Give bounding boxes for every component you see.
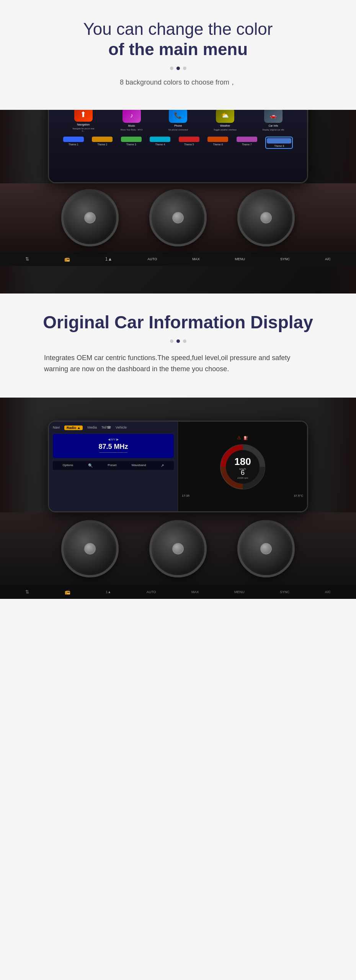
theme-7-bar xyxy=(237,137,257,142)
controls-bar-2: ⇅ 📻 1▲ AUTO MAX MENU SYNC A/C xyxy=(0,585,356,599)
ctrl2-1up[interactable]: 1▲ xyxy=(106,590,111,594)
ctrl-radio[interactable]: 📻 xyxy=(64,256,70,262)
options-btn[interactable]: Options xyxy=(63,463,73,468)
subtitle-text: 8 background colors to choose from， xyxy=(23,78,333,87)
theme-5-item[interactable]: Theme 5 xyxy=(179,137,199,149)
center-vent xyxy=(149,189,207,246)
time-temp-row: 17:35 37.5°C xyxy=(182,494,303,497)
dots-indicator xyxy=(23,67,333,70)
tab-media[interactable]: Media xyxy=(87,426,97,430)
center-vent-knob-2 xyxy=(172,543,184,554)
theme-3-item[interactable]: Theme 3 xyxy=(121,137,142,149)
left-vent xyxy=(61,189,119,246)
temp-display: 37.5°C xyxy=(294,494,303,497)
radio-frequency: 87.5 MHz xyxy=(57,443,170,451)
ctrl-ac[interactable]: A/C xyxy=(325,257,331,261)
search-btn[interactable]: 🔍 xyxy=(88,463,93,468)
nav-menu-item[interactable]: ⬆ Navigation Navigate for you in real ti… xyxy=(72,110,95,132)
preset-btn[interactable]: Preset xyxy=(108,463,116,468)
ctrl2-radio[interactable]: 📻 xyxy=(65,589,70,595)
phone-sublabel: No phone connected xyxy=(168,129,188,131)
theme-8-bar xyxy=(267,138,291,143)
radio-buttons-row: Options 🔍 Preset Waveband ↗ xyxy=(53,461,174,470)
ctrl-1up[interactable]: 1▲ xyxy=(105,256,113,262)
theme-2-label: Theme 2 xyxy=(97,143,107,146)
theme-7-item[interactable]: Theme 7 xyxy=(237,137,257,149)
dot2-3 xyxy=(183,339,186,343)
car-background: 🏠 19:22 📶 HD ⬜ ↩ ⬆ Navigati xyxy=(0,110,356,294)
theme-4-bar xyxy=(150,137,170,142)
arrow-btn[interactable]: ↗ xyxy=(161,463,164,468)
ctrl-menu[interactable]: MENU xyxy=(235,257,245,261)
svg-text:180: 180 xyxy=(234,456,251,467)
infotainment-screen-1: 🏠 19:22 📶 HD ⬜ ↩ ⬆ Navigati xyxy=(48,110,308,183)
ctrl2-auto[interactable]: AUTO xyxy=(147,590,156,594)
fuel-icon: ⛽ xyxy=(243,436,248,440)
theme-8-item[interactable]: Theme 8 xyxy=(265,137,293,149)
theme-1-item[interactable]: Theme 1 xyxy=(63,137,84,149)
dot-1 xyxy=(170,67,173,70)
right-vent-2 xyxy=(237,520,295,577)
car-info-section: Original Car Information Display Integra… xyxy=(0,294,356,398)
dots-indicator-2 xyxy=(31,339,325,343)
ctrl2-arrows[interactable]: ⇅ xyxy=(25,589,29,595)
radio-display: ◀ MY ▶ 87.5 MHz ───────────── xyxy=(53,434,174,458)
theme-4-label: Theme 4 xyxy=(155,143,165,146)
car-display-1: 🏠 19:22 📶 HD ⬜ ↩ ⬆ Navigati xyxy=(0,110,356,294)
theme-3-label: Theme 3 xyxy=(126,143,136,146)
controls-bar-1: ⇅ 📻 1▲ AUTO MAX MENU SYNC xyxy=(0,252,356,266)
theme-5-label: Theme 5 xyxy=(184,143,194,146)
weather-icon: ⛅ xyxy=(216,110,234,123)
phone-menu-item[interactable]: 📞 Phone No phone connected xyxy=(168,110,188,131)
radio-station-info: ◀ MY ▶ xyxy=(57,438,170,441)
left-vent-knob-2 xyxy=(84,543,96,554)
weather-sublabel: Toggle weather interface xyxy=(214,129,237,131)
infotainment-screen-2: Navi Radio ▲ Media Tel/☎ Vehicle ◀ MY ▶ … xyxy=(48,421,308,512)
dot2-2 xyxy=(176,339,180,343)
theme-2-item[interactable]: Theme 2 xyxy=(92,137,113,149)
car-display-2: Navi Radio ▲ Media Tel/☎ Vehicle ◀ MY ▶ … xyxy=(0,398,356,599)
ctrl2-ac[interactable]: A/C xyxy=(325,590,331,594)
carinfo-menu-item[interactable]: 🚗 Car Info Display original car info xyxy=(262,110,284,131)
ctrl-arrows[interactable]: ⇅ xyxy=(25,256,29,262)
main-title: You can change the color of the main men… xyxy=(23,19,333,60)
nav-icon: ⬆ xyxy=(74,110,93,122)
theme-2-bar xyxy=(92,137,113,142)
svg-text:6: 6 xyxy=(240,469,244,476)
waveband-btn[interactable]: Waveband xyxy=(131,463,146,468)
ctrl-auto[interactable]: AUTO xyxy=(147,257,157,261)
weather-label: Weather xyxy=(220,124,230,127)
ctrl-sync[interactable]: SYNC xyxy=(280,257,290,261)
carinfo-icon: 🚗 xyxy=(264,110,283,123)
tab-radio[interactable]: Radio ▲ xyxy=(64,426,83,430)
tab-tel[interactable]: Tel/☎ xyxy=(101,426,111,430)
vent-row-2 xyxy=(0,512,356,585)
theme-6-item[interactable]: Theme 6 xyxy=(207,137,228,149)
phone-icon: 📞 xyxy=(169,110,187,123)
music-menu-item[interactable]: ♪ Music Move Your Body - MYO xyxy=(121,110,142,131)
radio-panel: Navi Radio ▲ Media Tel/☎ Vehicle ◀ MY ▶ … xyxy=(49,422,178,511)
warning-icon: ⚠ xyxy=(237,435,241,440)
menu-icons-row: ⬆ Navigation Navigate for you in real ti… xyxy=(55,110,301,132)
tab-vehicle[interactable]: Vehicle xyxy=(116,426,127,430)
theme-row: Theme 1 Theme 2 Theme 3 Theme 4 xyxy=(55,137,301,149)
ctrl2-menu[interactable]: MENU xyxy=(234,590,245,594)
weather-menu-item[interactable]: ⛅ Weather Toggle weather interface xyxy=(214,110,237,131)
ctrl2-sync[interactable]: SYNC xyxy=(280,590,289,594)
ctrl2-max[interactable]: MAX xyxy=(191,590,199,594)
left-vent-knob xyxy=(84,212,96,223)
carinfo-sublabel: Display original car info xyxy=(262,129,284,131)
center-vent-2 xyxy=(149,520,207,577)
right-vent-knob-2 xyxy=(260,543,272,554)
color-menu-section: You can change the color of the main men… xyxy=(0,0,356,110)
theme-4-item[interactable]: Theme 4 xyxy=(150,137,170,149)
music-label: Music xyxy=(128,124,135,127)
radio-sub-text: ───────────── xyxy=(57,451,170,454)
tab-navi[interactable]: Navi xyxy=(53,426,60,430)
dot-3 xyxy=(183,67,186,70)
theme-5-bar xyxy=(179,137,199,142)
ctrl-max[interactable]: MAX xyxy=(192,257,200,261)
time-display-2: 17:35 xyxy=(182,494,189,497)
dot-2 xyxy=(176,67,180,70)
speed-panel: ⚠ ⛽ xyxy=(178,422,307,511)
